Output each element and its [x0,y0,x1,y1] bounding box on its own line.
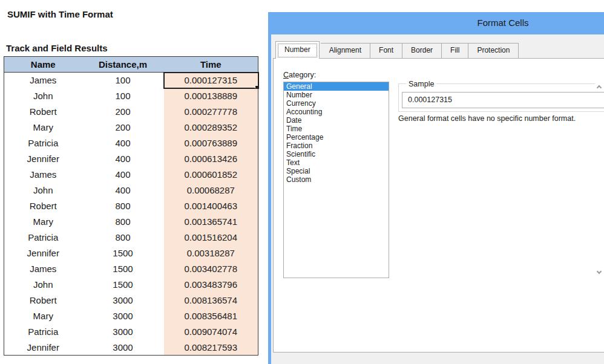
cell[interactable]: 800 [82,198,164,214]
tab-number[interactable]: Number [275,41,320,59]
category-item-general[interactable]: General [284,82,389,91]
cell[interactable]: 3000 [82,340,164,356]
cell[interactable]: 100 [82,73,164,88]
cell[interactable]: 0.00318287 [164,245,258,261]
cell[interactable]: 3000 [82,324,164,340]
dialog-footer [273,353,604,364]
cell[interactable]: James [4,261,82,277]
cell[interactable]: 0.000763889 [164,135,258,151]
cell[interactable]: 1500 [82,245,164,261]
sheet-title: SUMIF with Time Format [7,9,113,19]
table-row: Patricia4000.000763889 [4,135,258,151]
cell[interactable]: 3000 [82,308,164,324]
category-item-special[interactable]: Special [284,167,389,175]
cell[interactable]: John [4,88,82,104]
column-header-name[interactable]: Name [4,57,82,73]
results-table: NameDistance,mTime James1000.000127315Jo… [4,56,258,356]
selected-cell[interactable]: 0.000127315 [164,73,258,88]
category-item-fraction[interactable]: Fraction [284,141,389,150]
cell[interactable]: 0.008217593 [164,340,258,356]
format-cells-dialog: Format Cells NumberAlignmentFontBorderFi… [268,12,604,364]
cell[interactable]: 0.009074074 [164,324,258,340]
tab-fill[interactable]: Fill [442,43,468,59]
cell[interactable]: Jennifer [4,151,82,167]
cell[interactable]: Patricia [4,324,82,340]
cell[interactable]: 800 [82,214,164,230]
category-item-percentage[interactable]: Percentage [284,133,389,141]
cell[interactable]: Robert [4,293,82,308]
cell[interactable]: 200 [82,104,164,120]
tab-protection[interactable]: Protection [468,43,519,59]
category-listbox[interactable]: GeneralNumberCurrencyAccountingDateTimeP… [283,82,389,278]
cell[interactable]: Jennifer [4,245,82,261]
table-row: Patricia8000.001516204 [4,230,258,245]
cell[interactable]: 400 [82,135,164,151]
table-row: Mary8000.001365741 [4,214,258,230]
category-item-date[interactable]: Date [284,116,389,125]
table-row: James1000.000127315 [4,73,258,88]
format-description: General format cells have no specific nu… [398,114,576,123]
cell[interactable]: 1500 [82,277,164,293]
cell[interactable]: 0.000289352 [164,120,258,135]
cell[interactable]: Jennifer [4,340,82,356]
table-row: Robert8000.001400463 [4,198,258,214]
tab-border[interactable]: Border [402,43,442,59]
category-item-accounting[interactable]: Accounting [284,108,389,116]
cell[interactable]: 800 [82,230,164,245]
table-row: John4000.00068287 [4,183,258,198]
listbox-scroll-up[interactable] [595,82,604,91]
table-row: John15000.003483796 [4,277,258,293]
cell[interactable]: 1500 [82,261,164,277]
cell[interactable]: 0.000277778 [164,104,258,120]
cell[interactable]: 0.000613426 [164,151,258,167]
category-item-number[interactable]: Number [284,91,389,99]
cell[interactable]: 400 [82,167,164,183]
cell[interactable]: 400 [82,183,164,198]
results-table-body: James1000.000127315John1000.000138889Rob… [4,73,258,356]
cell[interactable]: 0.008356481 [164,308,258,324]
dialog-titlebar[interactable]: Format Cells [271,12,604,34]
table-row: John1000.000138889 [4,88,258,104]
listbox-scroll-down[interactable] [595,268,604,278]
table-row: Mary30000.008356481 [4,308,258,324]
cell[interactable]: 0.001365741 [164,214,258,230]
cell[interactable]: 0.003402778 [164,261,258,277]
category-item-text[interactable]: Text [284,158,389,167]
cell[interactable]: 0.001516204 [164,230,258,245]
table-row: Patricia30000.009074074 [4,324,258,340]
chevron-up-icon [597,85,602,90]
cell[interactable]: 0.001400463 [164,198,258,214]
cell[interactable]: Patricia [4,135,82,151]
cell[interactable]: John [4,277,82,293]
cell[interactable]: James [4,73,82,88]
category-item-time[interactable]: Time [284,125,389,133]
cell[interactable]: 0.000601852 [164,167,258,183]
column-header-time[interactable]: Time [164,57,258,73]
cell[interactable]: 0.008136574 [164,293,258,308]
category-item-scientific[interactable]: Scientific [284,150,389,158]
cell[interactable]: 200 [82,120,164,135]
cell[interactable]: 400 [82,151,164,167]
cell[interactable]: 0.003483796 [164,277,258,293]
cell[interactable]: Mary [4,214,82,230]
table-row: James15000.003402778 [4,261,258,277]
cell[interactable]: John [4,183,82,198]
cell[interactable]: Robert [4,198,82,214]
tab-font[interactable]: Font [370,43,402,59]
cell[interactable]: 100 [82,88,164,104]
cell[interactable]: James [4,167,82,183]
cell[interactable]: 3000 [82,293,164,308]
screen: SUMIF with Time Format Track and Field R… [0,0,604,364]
category-item-currency[interactable]: Currency [284,99,389,108]
cell[interactable]: Robert [4,104,82,120]
cell[interactable]: Patricia [4,230,82,245]
category-label: Category: [283,71,316,79]
cell[interactable]: Mary [4,308,82,324]
cell[interactable]: Mary [4,120,82,135]
column-header-distance-m[interactable]: Distance,m [82,57,164,73]
tab-alignment[interactable]: Alignment [321,43,370,59]
category-item-custom[interactable]: Custom [284,175,389,184]
table-row: Jennifer4000.000613426 [4,151,258,167]
cell[interactable]: 0.000138889 [164,88,258,104]
cell[interactable]: 0.00068287 [164,183,258,198]
